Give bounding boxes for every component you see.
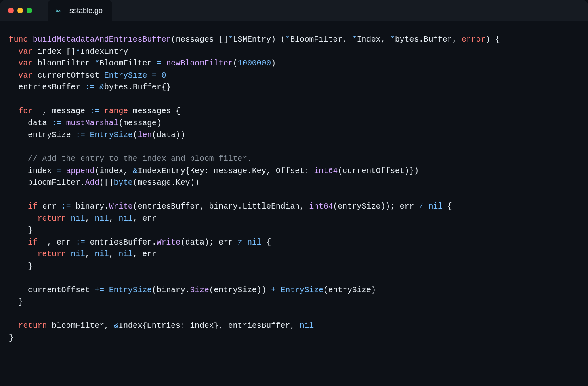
close-window-button[interactable] <box>8 8 14 13</box>
file-tab[interactable]: GO sstable.go <box>48 0 112 21</box>
editor-window: GO sstable.go func buildMetadataAndEntri… <box>0 0 588 386</box>
traffic-lights <box>8 8 32 13</box>
code-comment: // Add the entry to the index and bloom … <box>28 154 252 163</box>
kw-func: func <box>9 35 28 44</box>
svg-text:GO: GO <box>56 9 61 13</box>
minimize-window-button[interactable] <box>17 8 23 13</box>
titlebar: GO sstable.go <box>0 0 588 21</box>
fn-name: buildMetadataAndEntriesBuffer <box>33 35 171 44</box>
file-tab-label: sstable.go <box>69 6 103 15</box>
code-editor[interactable]: func buildMetadataAndEntriesBuffer(messa… <box>0 21 588 386</box>
zoom-window-button[interactable] <box>27 8 32 13</box>
go-file-icon: GO <box>56 8 65 13</box>
